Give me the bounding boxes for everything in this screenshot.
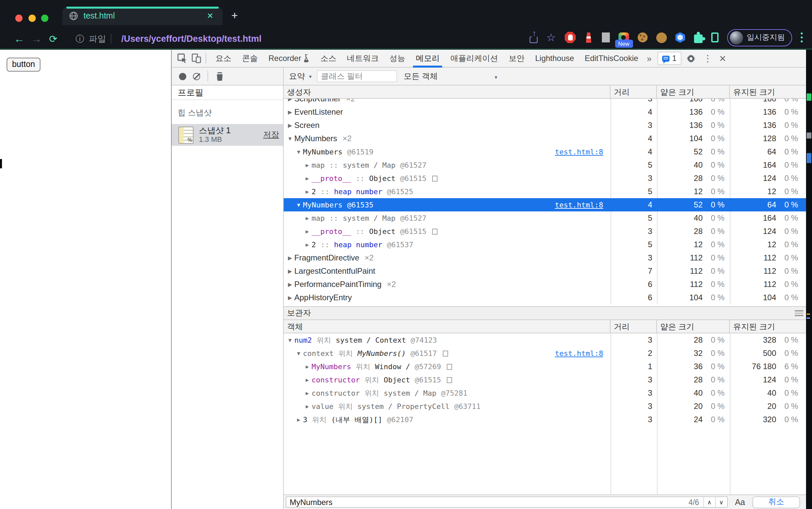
heap-row[interactable]: ▼MyNumbers@61519test.html:84520 %640 %	[284, 145, 812, 159]
collapse-triangle-icon[interactable]: ▼	[286, 337, 294, 343]
retainer-row[interactable]: ▶3위치(내부 배열)[]@621073240 %3200 %	[284, 413, 812, 426]
hamburger-icon[interactable]	[795, 310, 803, 316]
info-icon[interactable]: ⓘ	[75, 33, 84, 45]
scroll-overview-strip[interactable]	[806, 50, 812, 509]
heap-row[interactable]: ▶FragmentDirective×231120 %1120 %	[284, 251, 812, 265]
devtools-tab-성능[interactable]: 성능	[384, 49, 411, 67]
devtools-tab-보안[interactable]: 보안	[503, 49, 530, 67]
expand-triangle-icon[interactable]: ▶	[286, 255, 294, 261]
devtools-close-icon[interactable]: ✕	[719, 53, 726, 63]
heap-row[interactable]: ▶EventListener41360 %1360 %	[284, 105, 812, 118]
snapshot-item[interactable]: 스냅샷 1 1.3 MB 저장	[172, 124, 283, 146]
forward-button[interactable]: →	[31, 29, 42, 48]
expand-triangle-icon[interactable]: ▶	[304, 403, 311, 409]
retainer-row[interactable]: ▶MyNumbers위치Window /@572691360 %76 1806 …	[284, 360, 812, 373]
device-toolbar-icon[interactable]	[191, 53, 202, 64]
collapse-triangle-icon[interactable]: ▼	[295, 350, 302, 356]
address-bar[interactable]: /Users/yceffort/Desktop/test.html	[121, 29, 262, 48]
source-link[interactable]: test.html:8	[555, 201, 610, 209]
column-distance[interactable]: 거리	[610, 86, 656, 98]
objects-filter-dropdown[interactable]: 모든 객체	[404, 68, 438, 85]
browser-tab[interactable]: test.html ✕	[62, 7, 223, 25]
column-object[interactable]: 객체	[284, 320, 610, 333]
lighthouse-extension-icon[interactable]	[584, 32, 593, 43]
share-icon[interactable]	[530, 36, 538, 43]
devtools-tab-콘솔[interactable]: 콘솔	[237, 49, 263, 67]
site-info[interactable]: ⓘ 파일	[75, 29, 111, 48]
source-link[interactable]: test.html:8	[555, 147, 610, 156]
heap-row[interactable]: ▼MyNumbers@61535test.html:84520 %640 %	[284, 198, 812, 211]
devtools-tab-네트워크[interactable]: 네트워크	[342, 49, 384, 67]
expand-triangle-icon[interactable]: ▶	[286, 295, 294, 301]
snapshot-save-link[interactable]: 저장	[263, 129, 279, 140]
next-match-button[interactable]: ∨	[715, 497, 727, 507]
window-maximize-button[interactable]	[41, 14, 48, 22]
clear-profiles-icon[interactable]	[193, 73, 200, 80]
retainers-section-bar[interactable]: 보관자	[284, 306, 812, 320]
expand-triangle-icon[interactable]: ▶	[304, 162, 311, 168]
column-distance[interactable]: 거리	[610, 320, 656, 333]
page-button[interactable]: button	[7, 57, 40, 71]
match-case-toggle[interactable]: Aa	[735, 498, 745, 507]
heap-row[interactable]: ▶2::heap number@615255120 %120 %	[284, 185, 812, 198]
heap-row[interactable]: ▶2::heap number@615375120 %120 %	[284, 238, 812, 251]
settings-gear-icon[interactable]	[686, 53, 696, 63]
inspect-element-icon[interactable]	[177, 53, 188, 64]
heap-row[interactable]: ▶PerformancePaintTiming×261120 %1120 %	[284, 278, 812, 291]
back-button[interactable]: ←	[14, 29, 25, 48]
cookie-icon[interactable]	[637, 32, 647, 42]
heap-row[interactable]: ▶__proto__::Object@615153280 %1240 %	[284, 172, 812, 185]
collapse-triangle-icon[interactable]: ▼	[295, 202, 302, 208]
expand-triangle-icon[interactable]: ▶	[304, 189, 311, 195]
browser-menu-kebab-icon[interactable]	[801, 32, 803, 34]
devtools-tab-요소[interactable]: 요소	[210, 49, 237, 67]
collapse-triangle-icon[interactable]: ▼	[295, 149, 302, 155]
devtools-menu-kebab-icon[interactable]: ⋮	[703, 53, 712, 64]
record-heap-icon[interactable]	[179, 73, 186, 80]
heap-row[interactable]: ▶map::system / Map@615275400 %1640 %	[284, 159, 812, 172]
issues-badge[interactable]: 1	[657, 52, 681, 65]
window-minimize-button[interactable]	[28, 14, 35, 22]
devtools-tab-소스[interactable]: 소스	[315, 49, 342, 67]
search-input[interactable]	[286, 497, 688, 507]
view-mode-dropdown[interactable]: 요약 ▼	[289, 68, 312, 85]
expand-triangle-icon[interactable]: ▶	[286, 281, 294, 287]
heap-row[interactable]: ▶LargestContentfulPaint71120 %1120 %	[284, 265, 812, 278]
retainer-row[interactable]: ▼num2위치system / Context@741233280 %3280 …	[284, 333, 812, 347]
expand-triangle-icon[interactable]: ▶	[304, 364, 311, 370]
bookmark-star-icon[interactable]: ☆	[546, 32, 556, 43]
class-filter-input[interactable]	[317, 70, 397, 82]
heap-row[interactable]: ▶ScriptRunner×231600 %1600 %	[284, 99, 812, 105]
column-constructor[interactable]: 생성자	[284, 86, 610, 98]
collapse-triangle-icon[interactable]: ▼	[286, 136, 294, 141]
expand-triangle-icon[interactable]: ▶	[286, 122, 294, 128]
expand-triangle-icon[interactable]: ▶	[304, 242, 311, 247]
retainer-row[interactable]: ▶value위치system / PropertyCell@637113200 …	[284, 400, 812, 413]
expand-triangle-icon[interactable]: ▶	[286, 99, 294, 102]
window-close-button[interactable]	[15, 14, 23, 22]
devtools-tab-애플리케이션[interactable]: 애플리케이션	[445, 49, 503, 67]
new-tab-button[interactable]: +	[231, 9, 238, 23]
gray-extension-icon[interactable]	[602, 32, 609, 42]
column-shallow-size[interactable]: 얕은 크기	[656, 86, 729, 98]
cookie-editor-icon[interactable]	[656, 32, 667, 43]
hexagon-extension-icon[interactable]	[675, 32, 685, 43]
retainer-row[interactable]: ▼context위치MyNumbers()@61517test.html:823…	[284, 347, 812, 360]
heap-row[interactable]: ▶map::system / Map@615275400 %1640 %	[284, 211, 812, 225]
expand-triangle-icon[interactable]: ▶	[304, 228, 311, 234]
profile-chip[interactable]: 일시중지됨	[727, 29, 792, 46]
trash-icon[interactable]	[215, 72, 224, 81]
expand-triangle-icon[interactable]: ▶	[286, 268, 294, 274]
devtools-tab-Lighthouse[interactable]: Lighthouse	[530, 49, 579, 67]
previous-match-button[interactable]: ∧	[703, 497, 715, 507]
heap-row[interactable]: ▶Screen31360 %1360 %	[284, 118, 812, 132]
tab-close-icon[interactable]: ✕	[204, 11, 216, 21]
adblock-hand-icon[interactable]	[565, 32, 576, 43]
reader-extension-icon[interactable]	[711, 32, 718, 42]
devtools-tab-Recorder[interactable]: Recorder	[263, 49, 315, 67]
heap-row[interactable]: ▶__proto__::Object@615153280 %1240 %	[284, 225, 812, 238]
source-link[interactable]: test.html:8	[555, 349, 610, 358]
camera-extension-icon[interactable]: New	[618, 32, 629, 43]
expand-triangle-icon[interactable]: ▶	[286, 109, 294, 115]
heap-row[interactable]: ▼MyNumbers×241040 %1280 %	[284, 132, 812, 145]
